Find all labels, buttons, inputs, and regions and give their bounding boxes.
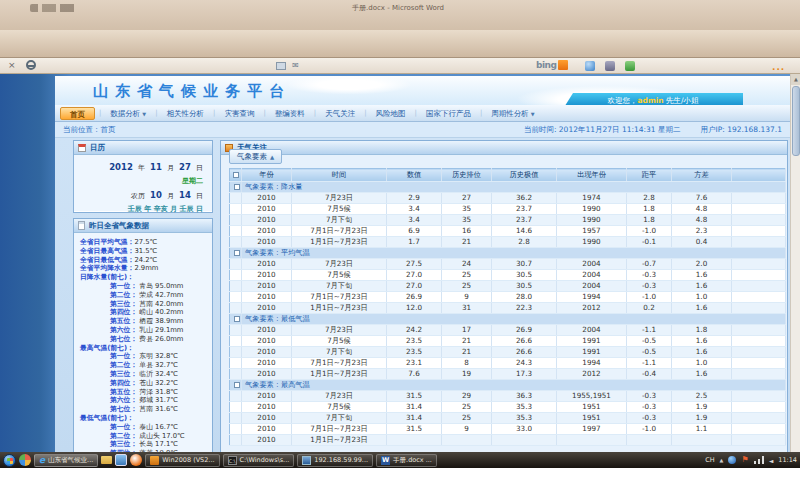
cell: 2010 xyxy=(242,347,292,358)
stat-label: 全省日最高气温： xyxy=(80,247,134,255)
cell: 1.8 xyxy=(627,215,672,226)
nav-item-3[interactable]: 灾害查询 xyxy=(215,107,263,120)
scrollbar-thumb[interactable] xyxy=(792,86,800,156)
taskbar-button-ie[interactable]: e山东省气候业... xyxy=(34,454,98,467)
section-checkbox-cell xyxy=(230,248,242,259)
taskbar-button-cmd[interactable]: C:\C:\Windows\s... xyxy=(223,454,295,467)
taskbar-button-vm[interactable]: Win2008 (VS2... xyxy=(145,454,219,467)
mail-icon[interactable]: ✉ xyxy=(292,61,299,70)
table-row[interactable]: 20107月23日24.21726.92004-1.11.8 xyxy=(230,325,786,336)
table-row[interactable]: 20107月5候31.42535.31951-0.31.9 xyxy=(230,402,786,413)
section-checkbox[interactable] xyxy=(234,250,240,256)
nav-item-0[interactable]: 首页 xyxy=(60,107,95,120)
table-row[interactable]: 20101月1日~7月23日 xyxy=(230,435,786,446)
nav-item-5[interactable]: 天气关注 xyxy=(316,107,364,120)
network-globe-icon[interactable] xyxy=(728,456,736,464)
table-row[interactable]: 20107月23日2.92736.219742.87.6 xyxy=(230,193,786,204)
cell: 2012 xyxy=(557,303,627,314)
system-tray: CH▲⚑◄11:14 xyxy=(705,456,797,464)
cell: 7月下旬 xyxy=(292,347,387,358)
rank-value: 莒南 31.6℃ xyxy=(137,405,178,413)
cell: 9 xyxy=(442,292,492,303)
folder-icon[interactable] xyxy=(101,456,112,464)
rank-label: 第三位： xyxy=(110,370,137,378)
media-player-icon[interactable] xyxy=(130,454,142,466)
section-checkbox[interactable] xyxy=(234,382,240,388)
picture-icon[interactable] xyxy=(115,454,127,466)
breadcrumb-bar: 当前位置：首页 当前时间: 2012年11月27日 11:14:31 星期二 用… xyxy=(55,122,790,138)
rank-item: 第一位： 泰山 16.7℃ xyxy=(80,423,209,432)
page-scrollbar[interactable]: ▲ xyxy=(790,74,800,452)
weather-focus-table: 年份时间数值历史排位历史极值出现年份距平方差气象要素：降水量20107月23日2… xyxy=(229,168,786,446)
start-button[interactable] xyxy=(3,454,16,467)
toolbar-close-icon[interactable]: × xyxy=(8,60,16,70)
table-row[interactable]: 20107月1日~7月23日6.91614.61957-1.02.3 xyxy=(230,226,786,237)
element-filter-button[interactable]: 气象要素▲ xyxy=(229,149,282,164)
table-row[interactable]: 20107月下旬31.42535.31951-0.31.9 xyxy=(230,413,786,424)
table-row[interactable]: 20107月23日27.52430.72004-0.72.0 xyxy=(230,259,786,270)
cell: 19 xyxy=(442,369,492,380)
blocked-popup-icon[interactable] xyxy=(26,60,36,70)
chevron-down-icon: ▼ xyxy=(531,111,535,117)
toolbar-overflow-icon[interactable]: ... xyxy=(772,62,785,72)
table-row[interactable]: 20101月1日~7月23日12.03122.320120.21.6 xyxy=(230,303,786,314)
cell: -0.7 xyxy=(627,259,672,270)
nav-item-label: 灾害查询 xyxy=(224,109,254,118)
cell: 7月5候 xyxy=(292,270,387,281)
addon-icon-1[interactable] xyxy=(585,61,595,71)
cell: 33.0 xyxy=(492,424,557,435)
table-row[interactable]: 20107月5候3.43523.719901.84.8 xyxy=(230,204,786,215)
taskbar-clock[interactable]: 11:14 xyxy=(778,456,797,464)
table-row[interactable]: 20107月下旬23.52126.61991-0.51.6 xyxy=(230,347,786,358)
cell: 7月23日 xyxy=(292,193,387,204)
table-row[interactable]: 20107月下旬3.43523.719901.84.8 xyxy=(230,215,786,226)
cell: 2012 xyxy=(557,369,627,380)
nav-item-8[interactable]: 周期性分析▼ xyxy=(482,107,543,120)
network-signal-icon[interactable] xyxy=(754,456,764,464)
cell: 2010 xyxy=(242,204,292,215)
printer-icon[interactable] xyxy=(276,62,286,70)
cell: 2010 xyxy=(242,226,292,237)
table-row[interactable]: 20101月1日~7月23日7.61917.32012-0.41.6 xyxy=(230,369,786,380)
speaker-icon[interactable]: ◄ xyxy=(769,457,774,464)
language-indicator[interactable]: CH xyxy=(705,456,714,464)
nav-item-2[interactable]: 相关性分析 xyxy=(158,107,214,120)
addon-icon-2[interactable] xyxy=(605,61,615,71)
rank-value: 菏泽 31.8℃ xyxy=(137,388,178,396)
user-ip: 用户IP: 192.168.137.1 xyxy=(700,125,782,135)
taskbar-button-word[interactable]: W手册.docx ... xyxy=(376,454,437,467)
hidden-icons-arrow[interactable]: ▲ xyxy=(720,457,724,463)
table-row[interactable]: 20107月1日~7月23日23.1824.31994-1.11.0 xyxy=(230,358,786,369)
cell: -0.3 xyxy=(627,270,672,281)
cell: 2.8 xyxy=(627,193,672,204)
cell: 24 xyxy=(442,259,492,270)
table-row[interactable]: 20107月1日~7月23日26.9928.01994-1.01.0 xyxy=(230,292,786,303)
table-row[interactable]: 20107月5候27.02530.52004-0.31.6 xyxy=(230,270,786,281)
cell: 4.8 xyxy=(672,215,732,226)
cell: 25 xyxy=(442,402,492,413)
table-row[interactable]: 20107月下旬27.02530.52004-0.31.6 xyxy=(230,281,786,292)
table-row[interactable]: 20107月1日~7月23日31.5933.01997-1.01.1 xyxy=(230,424,786,435)
taskbar-button-rdp[interactable]: 192.168.59.99... xyxy=(297,454,373,467)
table-row[interactable]: 20101月1日~7月23日1.7212.81990-0.10.4 xyxy=(230,237,786,248)
nav-item-1[interactable]: 数据分析▼ xyxy=(101,107,155,120)
action-center-flag-icon[interactable]: ⚑ xyxy=(741,456,748,464)
pinned-app-icon[interactable] xyxy=(19,454,31,466)
nav-item-7[interactable]: 国家下行产品 xyxy=(417,107,480,120)
taskbar-button-label: 手册.docx ... xyxy=(393,456,432,465)
addon-icon-3[interactable] xyxy=(625,61,635,71)
section-checkbox[interactable] xyxy=(234,316,240,322)
scroll-up-icon[interactable]: ▲ xyxy=(791,74,800,85)
cell: 23.5 xyxy=(387,336,442,347)
nav-item-label: 天气关注 xyxy=(325,109,355,118)
nav-item-4[interactable]: 整编资料 xyxy=(266,107,314,120)
bing-logo[interactable]: bing xyxy=(536,60,568,70)
table-row[interactable]: 20107月23日31.52936.31955,1951-0.32.5 xyxy=(230,391,786,402)
select-all-checkbox[interactable] xyxy=(233,172,239,178)
section-checkbox[interactable] xyxy=(234,184,240,190)
table-row[interactable]: 20107月5候23.52126.61991-0.51.6 xyxy=(230,336,786,347)
cell: -1.0 xyxy=(627,424,672,435)
nav-item-6[interactable]: 风险地图 xyxy=(367,107,415,120)
cell: 7.6 xyxy=(672,193,732,204)
stat-value: 27.5℃ xyxy=(134,238,157,246)
